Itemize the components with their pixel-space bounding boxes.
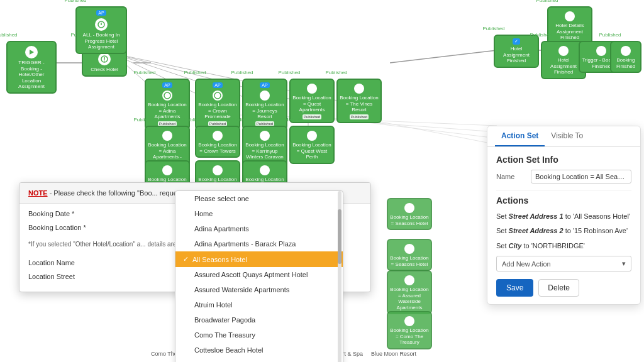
- action-items-container: Set Street Address 1 to 'All Seasons Hot…: [496, 212, 631, 251]
- location-street-label: Location Street: [28, 272, 104, 280]
- add-action-chevron: ▾: [622, 260, 626, 268]
- dropdown-item-0[interactable]: Please select one: [175, 191, 343, 206]
- tab-visible-to[interactable]: Visible To: [545, 126, 589, 146]
- svg-point-29: [214, 92, 221, 99]
- note-label: NOTE: [28, 189, 48, 197]
- actions-title: Actions: [496, 195, 631, 206]
- bottom-label-4: Blue Moon Resort: [371, 351, 416, 357]
- action-item-2: Set City to 'NORTHBRIDGE': [496, 241, 631, 251]
- name-value[interactable]: Booking Location = All Seasons: [531, 170, 631, 184]
- action-item-0: Set Street Address 1 to 'All Seasons Hot…: [496, 212, 631, 221]
- panel-buttons: Save Delete: [496, 279, 631, 297]
- scrollbar[interactable]: [338, 191, 341, 362]
- name-field-row: Name Booking Location = All Seasons: [496, 170, 631, 184]
- save-button[interactable]: Save: [496, 279, 533, 297]
- dropdown-item-8[interactable]: Broadwater Pagoda: [175, 312, 343, 327]
- dropdown-item-5[interactable]: Assured Ascott Quays Aptment Hotel: [175, 267, 343, 282]
- svg-line-14: [390, 50, 497, 63]
- add-action-row[interactable]: Add New Action ▾: [496, 256, 631, 272]
- action-set-info-title: Action Set Info: [496, 155, 631, 165]
- svg-marker-22: [30, 50, 34, 55]
- dropdown-item-2[interactable]: Adina Apartments: [175, 221, 343, 236]
- dropdown-list[interactable]: Please select oneHomeAdina ApartmentsAdi…: [175, 190, 343, 362]
- dropdown-item-10[interactable]: Cottesloe Beach Hotel: [175, 343, 343, 358]
- dropdown-item-4[interactable]: All Seasons Hotel: [175, 251, 343, 267]
- booking-location-label: Booking Location *: [28, 222, 104, 231]
- dropdown-item-3[interactable]: Adina Apartments - Barack Plaza: [175, 236, 343, 251]
- right-action-panel: Action Set Visible To Action Set Info Na…: [487, 126, 641, 305]
- scroll-thumb[interactable]: [338, 209, 341, 264]
- location-name-label: Location Name: [28, 258, 104, 266]
- add-action-label: Add New Action: [502, 260, 551, 268]
- dropdown-item-7[interactable]: Atruim Hotel: [175, 297, 343, 312]
- booking-date-label: Booking Date *: [28, 209, 104, 217]
- panel-tabs: Action Set Visible To: [487, 126, 640, 147]
- tab-action-set[interactable]: Action Set: [495, 126, 545, 146]
- dropdown-item-1[interactable]: Home: [175, 206, 343, 221]
- delete-button[interactable]: Delete: [538, 279, 579, 297]
- name-label: Name: [496, 173, 531, 180]
- action-item-1: Set Street Address 2 to '15 Robinson Ave…: [496, 226, 631, 236]
- dropdown-items-container: Please select oneHomeAdina ApartmentsAdi…: [175, 191, 343, 362]
- panel-divider: [496, 190, 631, 190]
- panel-body: Action Set Info Name Booking Location = …: [487, 147, 640, 304]
- svg-point-28: [164, 92, 170, 99]
- dropdown-item-6[interactable]: Assured Waterside Apartments: [175, 282, 343, 297]
- dropdown-item-11[interactable]: Crown Towers: [175, 358, 343, 362]
- dropdown-item-9[interactable]: Como The Treasury: [175, 327, 343, 343]
- svg-point-25: [104, 60, 105, 62]
